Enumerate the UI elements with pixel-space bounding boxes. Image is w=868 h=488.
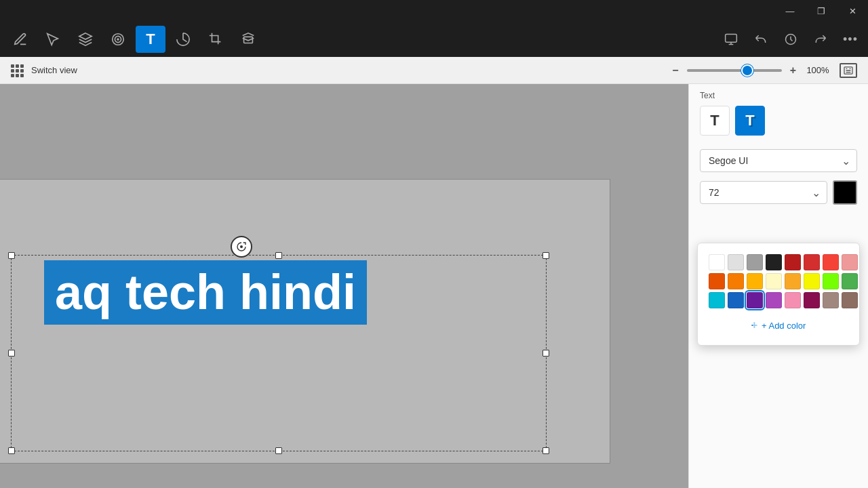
font-dropdown-wrapper: Segoe UI Arial Times New Roman Calibri xyxy=(700,149,857,172)
zoom-minus-button[interactable]: − xyxy=(672,64,678,77)
color-cyan[interactable] xyxy=(709,292,725,308)
color-medium-gray[interactable] xyxy=(747,254,763,270)
color-blue[interactable] xyxy=(728,292,744,308)
color-orange[interactable] xyxy=(728,273,744,289)
color-bright-red[interactable] xyxy=(823,254,839,270)
color-yellow[interactable] xyxy=(804,273,820,289)
color-pink[interactable] xyxy=(785,292,801,308)
color-picker-popup: + + Add color xyxy=(697,243,860,346)
svg-rect-4 xyxy=(726,35,737,43)
fullscreen-button[interactable] xyxy=(840,63,857,78)
zoom-plus-button[interactable]: + xyxy=(790,64,796,77)
pen-tool-button[interactable] xyxy=(5,26,35,53)
color-light-green[interactable] xyxy=(823,273,839,289)
size-row: 72 8 12 24 36 48 96 xyxy=(700,180,857,205)
select-tool-button[interactable] xyxy=(38,26,68,53)
color-dark-yellow[interactable] xyxy=(785,273,801,289)
more-options-button[interactable]: ••• xyxy=(838,27,863,52)
color-light-gray[interactable] xyxy=(728,254,744,270)
font-dropdown[interactable]: Segoe UI Arial Times New Roman Calibri xyxy=(700,149,857,172)
color-brown[interactable] xyxy=(823,292,839,308)
zoom-percent-label: 100% xyxy=(804,65,831,75)
switch-view-label[interactable]: Switch view xyxy=(31,65,77,75)
svg-rect-3 xyxy=(244,37,253,43)
text-section-label: Text xyxy=(700,91,857,100)
3d-text-btn[interactable]: T xyxy=(735,106,765,136)
layers-tool-button[interactable] xyxy=(233,26,263,53)
color-amber[interactable] xyxy=(747,273,763,289)
text-type-buttons: T T xyxy=(700,106,857,136)
toolbar-right: ••• xyxy=(719,27,863,52)
effects-tool-button[interactable] xyxy=(103,26,133,53)
main-toolbar: T xyxy=(0,22,868,57)
redo-button[interactable] xyxy=(808,27,833,52)
size-dropdown-wrapper: 72 8 12 24 36 48 96 xyxy=(700,181,827,204)
rotate-handle[interactable] xyxy=(231,236,252,258)
undo-button[interactable] xyxy=(749,27,773,52)
color-dark-brown[interactable] xyxy=(842,292,858,308)
color-grid xyxy=(709,254,848,308)
color-light-red[interactable] xyxy=(842,254,858,270)
color-purple[interactable] xyxy=(747,292,763,308)
svg-point-7 xyxy=(241,246,243,248)
stickers-tool-button[interactable] xyxy=(168,26,198,53)
text-element[interactable]: aq tech hindi xyxy=(44,260,367,325)
color-dark-red[interactable] xyxy=(785,254,801,270)
crop-tool-button[interactable] xyxy=(201,26,231,53)
text-block: aq tech hindi xyxy=(44,260,367,325)
minimize-button[interactable]: — xyxy=(774,0,806,22)
color-swatch[interactable] xyxy=(833,180,857,205)
color-near-black[interactable] xyxy=(766,254,782,270)
color-dark-orange[interactable] xyxy=(709,273,725,289)
close-button[interactable]: ✕ xyxy=(837,0,868,22)
svg-point-2 xyxy=(117,39,119,40)
flat-text-btn[interactable]: T xyxy=(700,106,730,136)
color-dark-pink[interactable] xyxy=(804,292,820,308)
3d-tool-button[interactable] xyxy=(71,26,100,53)
color-green[interactable] xyxy=(842,273,858,289)
grid-icon xyxy=(11,64,23,77)
text-tool-button[interactable]: T xyxy=(136,26,165,53)
add-color-label: + Add color xyxy=(762,321,806,331)
titlebar: — ❐ ✕ xyxy=(0,0,868,22)
canvas-area: aq tech hindi xyxy=(0,84,688,488)
canvas-button[interactable] xyxy=(719,27,743,52)
add-color-button[interactable]: + + Add color xyxy=(709,317,848,334)
zoom-slider-container xyxy=(687,69,782,72)
size-dropdown[interactable]: 72 8 12 24 36 48 96 xyxy=(700,181,827,204)
add-color-icon: + xyxy=(751,319,757,331)
restore-button[interactable]: ❐ xyxy=(806,0,837,22)
secondary-toolbar: Switch view − + 100% xyxy=(0,57,868,84)
color-light-yellow[interactable] xyxy=(766,273,782,289)
history-button[interactable] xyxy=(778,27,803,52)
color-white[interactable] xyxy=(709,254,725,270)
color-light-purple[interactable] xyxy=(766,292,782,308)
color-red[interactable] xyxy=(804,254,820,270)
text-content: aq tech hindi xyxy=(55,265,356,319)
zoom-slider[interactable] xyxy=(687,69,782,72)
